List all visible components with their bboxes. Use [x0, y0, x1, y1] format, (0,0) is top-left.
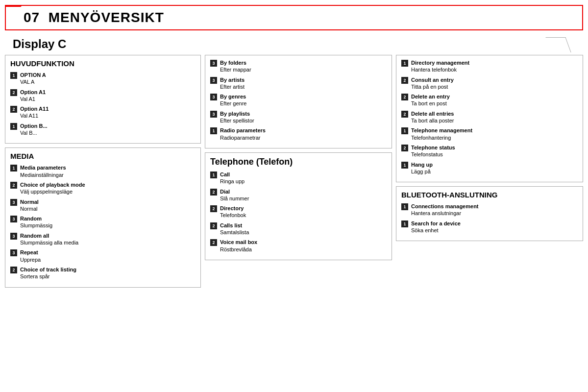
badge: 1 [401, 203, 408, 210]
menu-item: 3 NormalNormal [10, 198, 196, 213]
display-section: Display C [5, 35, 583, 55]
menu-item: 2 DirectoryTelefonbok [210, 205, 387, 219]
menu-item: 1 Directory managementHantera telefonbok [401, 59, 578, 74]
menu-item: 2 Option A11Val A11 [10, 105, 196, 120]
menu-item: 2 Delete all entriesTa bort alla poster [401, 110, 578, 124]
middle-column: 3 By foldersEfter mappar 3 By artistsEft… [205, 55, 392, 392]
menu-item: 2 Choice of track listingSortera spår [10, 266, 196, 280]
badge: 1 [401, 127, 408, 134]
badge: 2 [10, 182, 17, 189]
menu-item: 2 Consult an entryTitta på en post [401, 76, 578, 91]
menu-item: 2 Calls listSamtalslista [210, 222, 387, 236]
menu-item: 2 DialSlå nummer [210, 188, 387, 202]
panel-middle-top: 3 By foldersEfter mappar 3 By artistsEft… [205, 55, 392, 148]
telephone-title: Telephone (Telefon) [210, 157, 387, 167]
panel-huvudfunktion: HUVUDFUNKTION 1 OPTION AVAL A 2 Option A… [5, 55, 201, 144]
header-box: 07 MENYÖVERSIKT [5, 5, 583, 30]
badge: 2 [210, 205, 217, 212]
menu-item: 2 Delete an entryTa bort en post [401, 93, 578, 107]
menu-item: 1 Telephone managementTelefonhantering [401, 127, 578, 141]
panel-title-bluetooth: BLUETOOTH-ANSLUTNING [401, 191, 578, 199]
badge: 3 [10, 199, 17, 206]
badge: 2 [401, 94, 408, 100]
badge: 1 [401, 60, 408, 67]
badge: 3 [10, 233, 17, 240]
panel-title-huvudfunktion: HUVUDFUNKTION [10, 59, 196, 68]
badge: 1 [10, 72, 17, 79]
menu-item: 1 CallRinga upp [210, 171, 387, 185]
display-title: Display C [13, 37, 66, 50]
menu-item: 1 Search for a deviceSöka enhet [401, 220, 578, 234]
badge: 2 [401, 145, 408, 151]
menu-item: 2 Voice mail boxRöstbrevlåda [210, 239, 387, 253]
panel-telephone: Telephone (Telefon) 1 CallRinga upp 2 Di… [205, 152, 392, 260]
menu-item: 3 By artistsEfter artist [210, 76, 387, 91]
panel-media: MEDIA 1 Media parametersMediainställning… [5, 147, 201, 287]
badge: 2 [210, 222, 217, 229]
chapter-number: 07 [24, 10, 40, 25]
menu-item: 3 RandomSlumpmässig [10, 215, 196, 229]
menu-item: 1 Radio parametersRadioparametrar [210, 127, 387, 141]
badge: 3 [210, 77, 217, 84]
badge: 3 [10, 216, 17, 222]
left-column: HUVUDFUNKTION 1 OPTION AVAL A 2 Option A… [5, 55, 201, 392]
badge: 2 [210, 189, 217, 196]
chapter-title: MENYÖVERSIKT [49, 10, 164, 25]
badge: 2 [10, 106, 17, 113]
menu-item: 1 Connections managementHantera anslutni… [401, 203, 578, 217]
panel-right-top: 1 Directory managementHantera telefonbok… [396, 55, 583, 182]
right-column: 1 Directory managementHantera telefonbok… [396, 55, 583, 392]
badge: 1 [401, 162, 408, 169]
main-grid: HUVUDFUNKTION 1 OPTION AVAL A 2 Option A… [5, 55, 583, 392]
badge: 3 [210, 94, 217, 100]
panel-title-media: MEDIA [10, 152, 196, 160]
menu-item: 1 OPTION AVAL A [10, 72, 196, 86]
badge: 1 [210, 127, 217, 134]
badge: 2 [10, 267, 17, 273]
menu-item: 3 RepeatUpprepa [10, 249, 196, 263]
panel-bluetooth: BLUETOOTH-ANSLUTNING 1 Connections manag… [396, 186, 583, 241]
badge: 1 [10, 165, 17, 172]
menu-item: 3 By genresEfter genre [210, 93, 387, 107]
menu-item: 2 Choice of playback modeVälj uppspelnin… [10, 181, 196, 196]
badge: 2 [10, 89, 17, 96]
menu-item: 3 By foldersEfter mappar [210, 59, 387, 74]
badge: 1 [210, 172, 217, 178]
badge: 3 [210, 111, 217, 118]
badge: 2 [401, 111, 408, 118]
menu-item: 3 By playlistsEfter spellistor [210, 110, 387, 124]
badge: 1 [401, 220, 408, 227]
badge: 2 [401, 77, 408, 84]
menu-item: 2 Option A1Val A1 [10, 89, 196, 103]
badge: 1 [10, 123, 17, 130]
page-title: 07 MENYÖVERSIKT [14, 10, 164, 25]
menu-item: 1 Media parametersMediainställningar [10, 164, 196, 178]
menu-item: 2 Telephone statusTelefonstatus [401, 144, 578, 158]
badge: 3 [210, 60, 217, 67]
menu-item: 3 Random allSlumpmässig alla media [10, 232, 196, 246]
badge: 3 [10, 249, 17, 256]
menu-item: 1 Hang upLägg på [401, 161, 578, 175]
badge: 2 [210, 239, 217, 246]
menu-item: 1 Option B...Val B... [10, 122, 196, 137]
